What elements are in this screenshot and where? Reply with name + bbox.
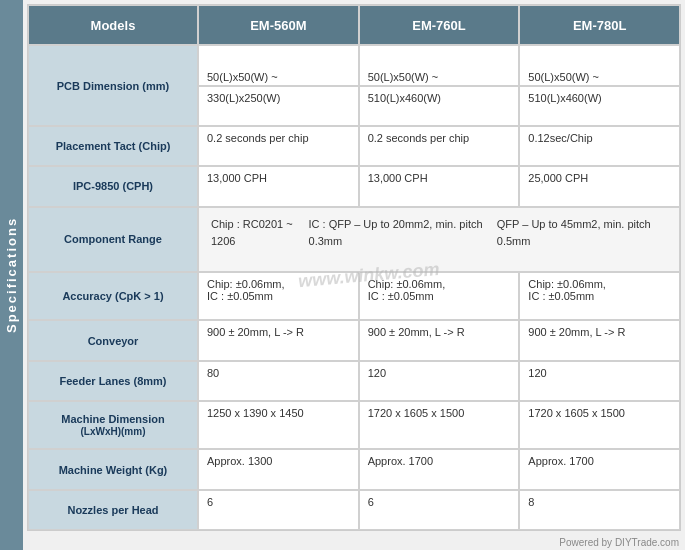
feeder-em760l: 120 <box>359 361 520 401</box>
conveyor-label: Conveyor <box>28 320 198 360</box>
placement-label: Placement Tact (Chip) <box>28 126 198 166</box>
accuracy-em560m: Chip: ±0.06mm, IC : ±0.05mm <box>198 272 359 320</box>
pcb-em560m-row2: 330(L)x250(W) <box>198 86 359 126</box>
pcb-em760l-row2: 510(L)x460(W) <box>359 86 520 126</box>
component-line1: Chip : RC0201 ~ 1206 <box>211 216 309 251</box>
component-value: Chip : RC0201 ~ 1206 IC : QFP – Up to 20… <box>198 207 680 273</box>
pcb-em780l-row1: 50(L)x50(W) ~ <box>519 45 680 85</box>
accuracy-em760l-line2: IC : ±0.05mm <box>368 290 434 302</box>
component-line2: IC : QFP – Up to 20mm2, min. pitch 0.3mm <box>309 216 497 251</box>
accuracy-em780l-line1: Chip: ±0.06mm, <box>528 278 606 290</box>
component-line3: QFP – Up to 45mm2, min. pitch 0.5mm <box>497 216 667 251</box>
ipc-em560m: 13,000 CPH <box>198 166 359 206</box>
ipc-em760l: 13,000 CPH <box>359 166 520 206</box>
pcb-label: PCB Dimension (mm) <box>28 45 198 126</box>
placement-em780l: 0.12sec/Chip <box>519 126 680 166</box>
nozzles-em760l: 6 <box>359 490 520 530</box>
accuracy-em560m-line2: IC : ±0.05mm <box>207 290 273 302</box>
machine-dim-label: Machine Dimension(LxWxH)(mm) <box>28 401 198 449</box>
nozzles-em560m: 6 <box>198 490 359 530</box>
conveyor-em780l: 900 ± 20mm, L -> R <box>519 320 680 360</box>
weight-label: Machine Weight (Kg) <box>28 449 198 489</box>
powered-by: Powered by DIYTrade.com <box>23 535 685 550</box>
conveyor-em560m: 900 ± 20mm, L -> R <box>198 320 359 360</box>
accuracy-em760l-line1: Chip: ±0.06mm, <box>368 278 446 290</box>
weight-em780l: Approx. 1700 <box>519 449 680 489</box>
accuracy-em780l: Chip: ±0.06mm, IC : ±0.05mm <box>519 272 680 320</box>
machine-dim-em780l: 1720 x 1605 x 1500 <box>519 401 680 449</box>
col1-header: EM-560M <box>198 5 359 45</box>
feeder-em560m: 80 <box>198 361 359 401</box>
pcb-em560m-row1: 50(L)x50(W) ~ <box>198 45 359 85</box>
pcb-em780l-row2: 510(L)x460(W) <box>519 86 680 126</box>
feeder-label: Feeder Lanes (8mm) <box>28 361 198 401</box>
ipc-label: IPC-9850 (CPH) <box>28 166 198 206</box>
feeder-em780l: 120 <box>519 361 680 401</box>
accuracy-em760l: Chip: ±0.06mm, IC : ±0.05mm <box>359 272 520 320</box>
main-content: www.winkw.com Models EM-560M EM-760L EM-… <box>23 0 685 550</box>
models-header: Models <box>28 5 198 45</box>
placement-em560m: 0.2 seconds per chip <box>198 126 359 166</box>
conveyor-em760l: 900 ± 20mm, L -> R <box>359 320 520 360</box>
col2-header: EM-760L <box>359 5 520 45</box>
machine-dim-em760l: 1720 x 1605 x 1500 <box>359 401 520 449</box>
nozzles-label: Nozzles per Head <box>28 490 198 530</box>
placement-em760l: 0.2 seconds per chip <box>359 126 520 166</box>
col3-header: EM-780L <box>519 5 680 45</box>
ipc-em780l: 25,000 CPH <box>519 166 680 206</box>
nozzles-em780l: 8 <box>519 490 680 530</box>
accuracy-em780l-line2: IC : ±0.05mm <box>528 290 594 302</box>
weight-em760l: Approx. 1700 <box>359 449 520 489</box>
machine-dim-em560m: 1250 x 1390 x 1450 <box>198 401 359 449</box>
accuracy-label: Accuracy (CpK > 1) <box>28 272 198 320</box>
pcb-em760l-row1: 50(L)x50(W) ~ <box>359 45 520 85</box>
specifications-label: Specifications <box>0 0 23 550</box>
component-label: Component Range <box>28 207 198 273</box>
accuracy-em560m-line1: Chip: ±0.06mm, <box>207 278 285 290</box>
weight-em560m: Approx. 1300 <box>198 449 359 489</box>
